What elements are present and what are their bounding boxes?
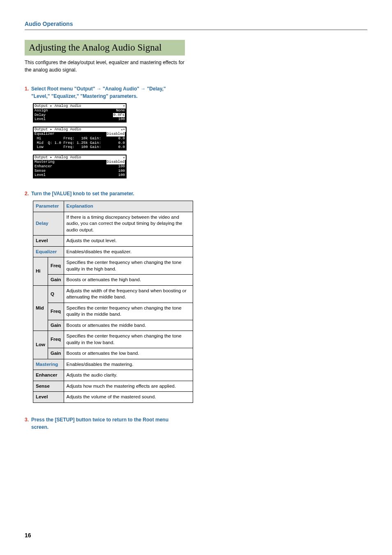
param-explanation: Boosts or attenuates the high band. xyxy=(64,275,193,286)
lcd-value: 0.0 xyxy=(118,145,125,150)
table-row: Freq Specifies the center frequency when… xyxy=(33,303,193,320)
lcd-breadcrumb: Output ▸ Analog Audio xyxy=(35,104,81,109)
lcd-label: Delay xyxy=(35,113,46,118)
table-row: Gain Boosts or attenuates the middle ban… xyxy=(33,320,193,331)
lcd-value: 100 xyxy=(118,117,125,122)
param-sub: Q xyxy=(48,285,64,303)
param-explanation: If there is a timing discrepancy between… xyxy=(64,212,193,236)
lcd-label: Assign xyxy=(35,109,48,113)
down-arrow-icon: ▾ xyxy=(123,104,125,109)
param-group: Mid xyxy=(33,285,48,331)
lcd-label: Sense xyxy=(35,169,46,173)
param-explanation: Adjusts the audio clarity. xyxy=(64,370,193,381)
lcd-screen-2: Output ▸ Analog Audio ▴▾ EqualizerDisabl… xyxy=(33,127,127,150)
param-explanation: Adjusts the volume of the mastered sound… xyxy=(64,392,193,403)
step-text: Press the [SETUP] button twice to return… xyxy=(31,416,185,431)
table-row: Equalizer Enables/disables the equalizer… xyxy=(33,246,193,257)
lcd-value-selected: 0.0Fs xyxy=(113,113,125,118)
param-group: Low xyxy=(33,331,48,359)
col-explanation: Explanation xyxy=(64,201,193,212)
param-sub: Freq xyxy=(48,303,64,320)
page-number: 16 xyxy=(25,532,31,539)
lcd-breadcrumb: Output ▸ Analog Audio xyxy=(35,127,81,132)
lcd-label: Mid Q: 1.0 Freq: 1.25k Gain: xyxy=(35,141,101,146)
step-2: 2. Turn the [VALUE] knob to set the para… xyxy=(25,190,185,197)
param-explanation: Adjusts the width of the frequency band … xyxy=(64,285,193,303)
param-sub: Freq xyxy=(48,257,64,275)
page-header: Audio Operations xyxy=(25,21,367,30)
lcd-screenshots: Output ▸ Analog Audio ▾ AssignNone Delay… xyxy=(25,103,367,178)
table-row: Level Adjusts the output level. xyxy=(33,236,193,247)
param-name: Enhancer xyxy=(33,370,64,381)
param-sub: Gain xyxy=(48,348,64,359)
lcd-value: 0.0 xyxy=(118,136,125,141)
lcd-label: Equalizer xyxy=(35,132,55,136)
param-name: Level xyxy=(33,236,64,247)
param-sub: Freq xyxy=(48,331,64,348)
lcd-label: Level xyxy=(35,117,46,122)
step-number: 2. xyxy=(25,190,29,197)
lcd-screen-3: Output ▸ Analog Audio ▴ MasteringDisable… xyxy=(33,155,127,178)
step-number: 3. xyxy=(25,416,29,431)
table-row: Delay If there is a timing discrepancy b… xyxy=(33,212,193,236)
param-explanation: Boosts or attenuates the low band. xyxy=(64,348,193,359)
param-explanation: Specifies the center frequency when chan… xyxy=(64,331,193,348)
lcd-screen-1: Output ▸ Analog Audio ▾ AssignNone Delay… xyxy=(33,103,127,123)
up-down-arrow-icon: ▴▾ xyxy=(121,127,125,132)
table-row: Mastering Enables/disables the mastering… xyxy=(33,359,193,370)
lcd-label: Level xyxy=(35,173,46,178)
table-row: Enhancer Adjusts the audio clarity. xyxy=(33,370,193,381)
lcd-breadcrumb: Output ▸ Analog Audio xyxy=(35,155,81,160)
table-header-row: Parameter Explanation xyxy=(33,201,193,212)
lcd-label: Low Freq: 100 Gain: xyxy=(35,145,101,150)
lcd-value: None xyxy=(116,109,125,113)
table-row: Sense Adjusts how much the mastering eff… xyxy=(33,381,193,392)
parameter-table: Parameter Explanation Delay If there is … xyxy=(33,201,193,403)
param-name: Mastering xyxy=(33,359,64,370)
param-explanation: Specifies the center frequency when chan… xyxy=(64,303,193,320)
table-row: Low Freq Specifies the center frequency … xyxy=(33,331,193,348)
up-arrow-icon: ▴ xyxy=(123,155,125,160)
param-sub: Gain xyxy=(48,275,64,286)
param-explanation: Enables/disables the mastering. xyxy=(64,359,193,370)
lcd-value-selected: Disabled xyxy=(106,132,125,136)
lcd-value: 0.0 xyxy=(118,141,125,146)
param-explanation: Adjusts how much the mastering effects a… xyxy=(64,381,193,392)
table-row: Hi Freq Specifies the center frequency w… xyxy=(33,257,193,275)
step-text: Turn the [VALUE] knob to set the paramet… xyxy=(31,190,185,197)
param-name: Sense xyxy=(33,381,64,392)
param-sub: Gain xyxy=(48,320,64,331)
lcd-value: 100 xyxy=(118,169,125,173)
param-explanation: Boosts or attenuates the middle band. xyxy=(64,320,193,331)
table-row: Mid Q Adjusts the width of the frequency… xyxy=(33,285,193,303)
param-explanation: Enables/disables the equalizer. xyxy=(64,246,193,257)
param-name: Equalizer xyxy=(33,246,64,257)
section-intro: This configures the delay/output level, … xyxy=(25,59,185,74)
param-name: Delay xyxy=(33,212,64,236)
table-row: Gain Boosts or attenuates the high band. xyxy=(33,275,193,286)
step-1: 1. Select Root menu "Output" → "Analog A… xyxy=(25,85,185,100)
lcd-value: 100 xyxy=(118,164,125,169)
lcd-label: Mastering xyxy=(35,160,55,164)
step-text: Select Root menu "Output" → "Analog Audi… xyxy=(31,85,185,100)
col-parameter: Parameter xyxy=(33,201,64,212)
lcd-label: Hi Freq: 10k Gain: xyxy=(35,136,101,141)
param-explanation: Adjusts the output level. xyxy=(64,236,193,247)
table-row: Gain Boosts or attenuates the low band. xyxy=(33,348,193,359)
param-group: Hi xyxy=(33,257,48,286)
param-explanation: Specifies the center frequency when chan… xyxy=(64,257,193,275)
section-title: Adjusting the Analog Audio Signal xyxy=(25,40,185,56)
lcd-label: Enhancer xyxy=(35,164,52,169)
step-number: 1. xyxy=(25,85,29,100)
table-row: Level Adjusts the volume of the mastered… xyxy=(33,392,193,403)
lcd-value: 100 xyxy=(118,173,125,178)
lcd-value-selected: Disabled xyxy=(106,160,125,164)
step-3: 3. Press the [SETUP] button twice to ret… xyxy=(25,416,185,431)
param-name: Level xyxy=(33,392,64,403)
